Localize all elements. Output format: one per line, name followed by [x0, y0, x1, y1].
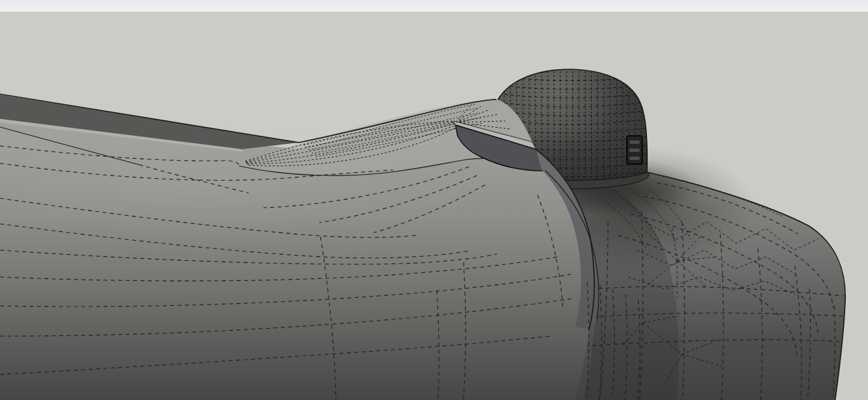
- cap-latch[interactable]: [627, 136, 642, 164]
- app-window: [0, 0, 868, 400]
- toolbar: [0, 0, 868, 11]
